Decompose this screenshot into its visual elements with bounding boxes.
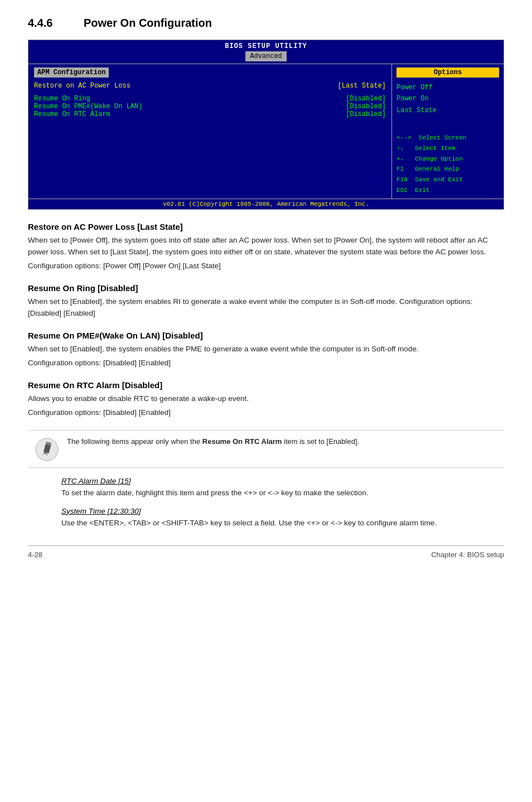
bios-keybinds: <--> Select Screen ↑↓ Select Item +- Cha… [396, 133, 499, 195]
text-resume-pme-2: Configuration options: [Disabled] [Enabl… [28, 357, 504, 369]
bios-sidebar: Options Power Off Power On Last State <-… [392, 64, 504, 199]
text-resume-rtc-2: Configuration options: [Disabled] [Enabl… [28, 407, 504, 419]
bios-body: APM Configuration Restore on AC Power Lo… [28, 64, 504, 199]
section-title: Power On Configuration [84, 17, 212, 30]
option-power-on[interactable]: Power On [396, 93, 499, 104]
text-restore-ac-2: Configuration options: [Power Off] [Powe… [28, 260, 504, 272]
sub-item-rtc-date-title: RTC Alarm Date [15] [61, 477, 504, 485]
text-resume-ring: When set to [Enabled], the system enable… [28, 296, 504, 320]
note-text: The following items appear only when the… [67, 436, 359, 447]
heading-resume-rtc: Resume On RTC Alarm [Disabled] [28, 380, 504, 390]
sub-item-system-time: System Time [12:30:30] Use the <ENTER>, … [61, 507, 504, 529]
section-resume-pme: Resume On PME#(Wake On LAN) [Disabled] W… [28, 331, 504, 369]
option-last-state[interactable]: Last State [396, 105, 499, 116]
bios-row-restore: Restore on AC Power Loss [Last State] [34, 82, 386, 90]
bios-panel: BIOS SETUP UTILITY Advanced APM Configur… [28, 40, 504, 210]
heading-resume-ring: Resume On Ring [Disabled] [28, 283, 504, 293]
note-icon [35, 437, 59, 462]
text-resume-rtc-1: Allows you to enable or disable RTC to g… [28, 393, 504, 405]
section-restore-ac: Restore on AC Power Loss [Last State] Wh… [28, 222, 504, 272]
bios-row-ring: Resume On Ring [Disabled] Resume On PME#… [34, 95, 386, 118]
bios-nav: Advanced [28, 51, 504, 64]
sub-item-system-time-text: Use the <ENTER>, <TAB> or <SHIFT-TAB> ke… [61, 518, 504, 529]
text-resume-pme-1: When set to [Enabled], the system enable… [28, 344, 504, 355]
bios-footer: v02.61 (C)Copyright 1985-2008, American … [28, 199, 504, 209]
heading-restore-ac: Restore on AC Power Loss [Last State] [28, 222, 504, 231]
bios-header: BIOS SETUP UTILITY [28, 40, 504, 51]
sub-item-rtc-date: RTC Alarm Date [15] To set the alarm dat… [61, 477, 504, 499]
bios-nav-advanced[interactable]: Advanced [245, 51, 287, 61]
sub-item-system-time-title: System Time [12:30:30] [61, 507, 504, 515]
note-text-before: The following items appear only when the [67, 437, 202, 446]
note-bold-text: Resume On RTC Alarm [202, 437, 282, 446]
sub-item-rtc-date-text: To set the alarm date, highlight this it… [61, 487, 504, 499]
section-resume-rtc: Resume On RTC Alarm [Disabled] Allows yo… [28, 380, 504, 419]
option-power-off[interactable]: Power Off [396, 82, 499, 93]
bios-main: APM Configuration Restore on AC Power Lo… [28, 64, 392, 199]
bios-options: Power Off Power On Last State [396, 82, 499, 116]
page-footer: 4-28 Chapter 4: BIOS setup [28, 545, 504, 559]
text-restore-ac-1: When set to [Power Off], the system goes… [28, 235, 504, 258]
section-heading: 4.4.6 Power On Configuration [28, 17, 504, 30]
bios-section-title-label: APM Configuration [34, 67, 386, 82]
note-box: The following items appear only when the… [28, 430, 504, 468]
section-resume-ring: Resume On Ring [Disabled] When set to [E… [28, 283, 504, 320]
footer-chapter: Chapter 4: BIOS setup [431, 550, 504, 559]
pencil-icon [35, 437, 59, 462]
section-number: 4.4.6 [28, 17, 67, 30]
footer-page-number: 4-28 [28, 550, 42, 559]
note-text-after: item is set to [Enabled]. [282, 437, 359, 446]
heading-resume-pme: Resume On PME#(Wake On LAN) [Disabled] [28, 331, 504, 340]
